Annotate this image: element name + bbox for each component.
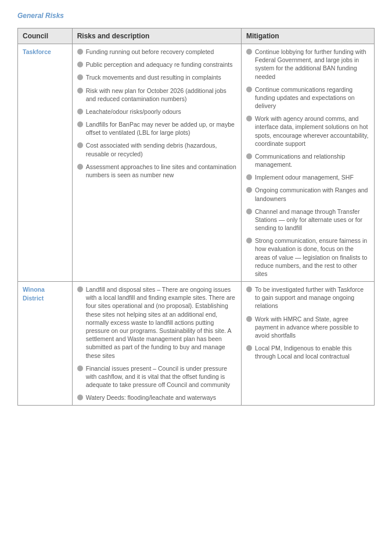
risks-table: Council Risks and description Mitigation… bbox=[17, 28, 375, 406]
risk-text: Landfills for BanPac may never be added … bbox=[86, 120, 236, 137]
list-item: Continue lobbying for further funding wi… bbox=[246, 48, 369, 81]
council-cell: Winona District bbox=[18, 282, 73, 406]
list-item: Public perception and adequacy re fundin… bbox=[77, 60, 236, 69]
mitigation-text: Continue communications regarding fundin… bbox=[255, 85, 369, 110]
table-row: TaskforceFunding running out before reco… bbox=[18, 44, 375, 282]
list-item: Ongoing communication with Ranges and la… bbox=[246, 186, 369, 202]
bullet-icon bbox=[246, 286, 252, 292]
risk-text: Public perception and adequacy re fundin… bbox=[86, 60, 236, 69]
mitigation-text: Ongoing communication with Ranges and la… bbox=[255, 186, 369, 202]
bullet-icon bbox=[246, 187, 252, 193]
header-council: Council bbox=[18, 28, 73, 44]
list-item: Assessment approaches to line sites and … bbox=[77, 163, 236, 179]
bullet-icon bbox=[77, 286, 83, 292]
bullet-icon bbox=[77, 365, 83, 371]
mitigation-cell: To be investigated further with Taskforc… bbox=[242, 282, 375, 406]
bullet-icon bbox=[77, 142, 83, 148]
mitigation-text: Work with agency around comms, and inter… bbox=[255, 114, 369, 148]
risk-text: Assessment approaches to line sites and … bbox=[86, 163, 236, 179]
risk-text: Cost associated with sending debris (haz… bbox=[86, 141, 236, 157]
list-item: Cost associated with sending debris (haz… bbox=[77, 141, 236, 157]
table-row: Winona DistrictLandfill and disposal sit… bbox=[18, 282, 375, 406]
list-item: Landfills for BanPac may never be added … bbox=[77, 120, 236, 137]
bullet-icon bbox=[77, 74, 83, 80]
bullet-icon bbox=[246, 345, 252, 351]
bullet-icon bbox=[77, 164, 83, 170]
bullet-icon bbox=[246, 316, 252, 322]
list-item: Local PM, Indigenous to enable this thro… bbox=[246, 344, 369, 360]
bullet-icon bbox=[246, 87, 252, 92]
list-item: Leachate/odour risks/poorly odours bbox=[77, 107, 236, 116]
list-item: To be investigated further with Taskforc… bbox=[246, 285, 369, 310]
bullet-icon bbox=[246, 49, 252, 55]
bullet-icon bbox=[246, 116, 252, 121]
list-item: Communications and relationship manageme… bbox=[246, 152, 369, 169]
mitigation-text: Local PM, Indigenous to enable this thro… bbox=[255, 344, 369, 360]
bullet-icon bbox=[77, 49, 83, 55]
risk-text: Financial issues present – Council is un… bbox=[86, 364, 236, 389]
risk-text: Landfill and disposal sites – There are … bbox=[86, 285, 236, 360]
bullet-icon bbox=[77, 121, 83, 127]
mitigation-text: To be investigated further with Taskforc… bbox=[255, 285, 369, 310]
list-item: Strong communication, ensure fairness in… bbox=[246, 236, 369, 278]
risk-text: Watery Deeds: flooding/leachate and wate… bbox=[86, 393, 236, 402]
list-item: Funding running out before recovery comp… bbox=[77, 48, 236, 56]
risks-cell: Funding running out before recovery comp… bbox=[72, 44, 241, 282]
bullet-icon bbox=[77, 62, 83, 67]
list-item: Truck movements and dust resulting in co… bbox=[77, 73, 236, 81]
bullet-icon bbox=[77, 395, 83, 400]
mitigation-text: Communications and relationship manageme… bbox=[255, 152, 369, 169]
bullet-icon bbox=[77, 109, 83, 114]
list-item: Landfill and disposal sites – There are … bbox=[77, 285, 236, 360]
header-mitigation: Mitigation bbox=[242, 28, 375, 44]
council-cell: Taskforce bbox=[18, 44, 73, 282]
list-item: Financial issues present – Council is un… bbox=[77, 364, 236, 389]
list-item: Risk with new plan for October 2026 (add… bbox=[77, 87, 236, 103]
bullet-icon bbox=[246, 209, 252, 214]
list-item: Continue communications regarding fundin… bbox=[246, 85, 369, 110]
risk-text: Funding running out before recovery comp… bbox=[86, 48, 236, 56]
list-item: Work with HMRC and State, agree payment … bbox=[246, 315, 369, 340]
page-title: General Risks bbox=[17, 12, 375, 20]
mitigation-cell: Continue lobbying for further funding wi… bbox=[242, 44, 375, 282]
bullet-icon bbox=[246, 153, 252, 159]
bullet-icon bbox=[246, 238, 252, 243]
list-item: Implement odour management, SHF bbox=[246, 173, 369, 181]
risk-text: Leachate/odour risks/poorly odours bbox=[86, 107, 236, 116]
list-item: Work with agency around comms, and inter… bbox=[246, 114, 369, 148]
header-risks: Risks and description bbox=[72, 28, 241, 44]
list-item: Channel and manage through Transfer Stat… bbox=[246, 207, 369, 232]
risk-text: Truck movements and dust resulting in co… bbox=[86, 73, 236, 81]
mitigation-text: Continue lobbying for further funding wi… bbox=[255, 48, 369, 81]
bullet-icon bbox=[246, 174, 252, 180]
mitigation-text: Strong communication, ensure fairness in… bbox=[255, 236, 369, 278]
risks-cell: Landfill and disposal sites – There are … bbox=[72, 282, 241, 406]
list-item: Watery Deeds: flooding/leachate and wate… bbox=[77, 393, 236, 402]
bullet-icon bbox=[77, 88, 83, 94]
mitigation-text: Implement odour management, SHF bbox=[255, 173, 369, 181]
risk-text: Risk with new plan for October 2026 (add… bbox=[86, 87, 236, 103]
mitigation-text: Channel and manage through Transfer Stat… bbox=[255, 207, 369, 232]
mitigation-text: Work with HMRC and State, agree payment … bbox=[255, 315, 369, 340]
